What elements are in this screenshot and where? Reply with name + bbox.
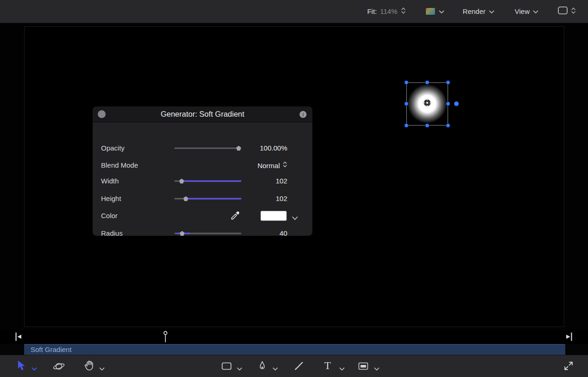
fullscreen-toggle-button[interactable] [563, 361, 574, 373]
chevron-down-icon [489, 7, 494, 16]
playhead-marker[interactable] [163, 331, 168, 345]
selection-handle-top-right[interactable] [446, 81, 450, 85]
zoom-control[interactable]: Fit: 114% [367, 6, 405, 17]
opacity-slider-track[interactable] [174, 148, 241, 149]
hud-row-blend-mode: Blend Mode Normal [93, 159, 312, 171]
mask-tool-chevron-icon[interactable] [374, 364, 379, 373]
selection-handle-middle-left[interactable] [405, 102, 409, 106]
eyedropper-icon[interactable] [230, 211, 240, 223]
paint-stroke-tool-button[interactable] [294, 361, 304, 373]
mask-tool-button[interactable] [358, 362, 368, 372]
info-icon[interactable]: i [299, 110, 307, 119]
opacity-value[interactable]: 100.00% [236, 142, 287, 154]
selected-object[interactable] [406, 82, 448, 126]
hud-row-opacity: Opacity 100.00% [93, 142, 312, 154]
color-display-menu[interactable] [425, 7, 444, 16]
radius-slider-thumb[interactable] [180, 231, 185, 236]
chevron-down-icon [439, 7, 444, 16]
selection-handle-middle-right[interactable] [446, 102, 450, 106]
stroke-line-icon [294, 361, 304, 371]
render-menu-label: Render [463, 7, 486, 15]
view-menu-label: View [515, 7, 530, 15]
hud-close-button[interactable] [98, 110, 106, 118]
select-tool-button[interactable] [16, 359, 26, 374]
chevron-down-icon [533, 7, 538, 16]
selection-rotation-handle[interactable] [454, 101, 459, 107]
transform-3d-tool-button[interactable] [53, 361, 65, 373]
image-mask-icon [358, 362, 368, 370]
color-label: Color [101, 210, 118, 222]
orbit-icon [53, 361, 65, 371]
selection-handle-top-left[interactable] [405, 81, 409, 85]
opacity-label: Opacity [101, 142, 125, 154]
radius-value[interactable]: 40 [236, 227, 287, 239]
hud-panel: Generator: Soft Gradient i Opacity 100.0… [92, 106, 313, 236]
select-tool-chevron-icon[interactable] [32, 364, 37, 373]
text-tool-chevron-icon[interactable] [339, 364, 345, 373]
height-label: Height [101, 193, 121, 205]
text-tool-button[interactable]: T [324, 360, 331, 371]
rectangle-tool-button[interactable] [221, 362, 232, 372]
selection-handle-bottom-right[interactable] [446, 124, 450, 128]
hud-header: Generator: Soft Gradient i [93, 107, 312, 122]
height-slider-thumb[interactable] [183, 196, 189, 201]
color-channels-icon [425, 7, 436, 15]
hud-title: Generator: Soft Gradient [161, 110, 245, 119]
hud-row-width: Width 102 [93, 175, 312, 187]
pan-tool-button[interactable] [84, 360, 94, 373]
play-range-out-marker[interactable] [566, 332, 572, 343]
anchor-point-icon[interactable] [421, 96, 434, 111]
hud-row-color: Color [93, 210, 312, 222]
zoom-stepper-icon[interactable] [401, 6, 406, 17]
clip-label: Soft Gradient [24, 345, 565, 354]
expand-arrows-icon [563, 361, 574, 371]
height-slider[interactable] [174, 196, 241, 201]
width-label: Width [101, 175, 119, 187]
play-range-in-marker[interactable] [15, 332, 22, 343]
render-menu[interactable]: Render [463, 7, 494, 16]
width-slider-thumb[interactable] [179, 179, 184, 184]
width-slider[interactable] [174, 179, 241, 184]
bezier-tool-chevron-icon[interactable] [272, 364, 278, 373]
pan-tool-chevron-icon[interactable] [99, 364, 105, 373]
width-slider-fill [182, 181, 241, 182]
fit-label: Fit: [367, 7, 377, 15]
pen-nib-icon [258, 360, 267, 372]
hud-row-height: Height 102 [93, 193, 312, 205]
motion-app-window: Fit: 114% Render View [0, 0, 588, 377]
layout-selector[interactable] [558, 6, 576, 17]
chevron-down-icon[interactable] [292, 214, 298, 222]
selection-handle-top-center[interactable] [425, 81, 430, 85]
layout-stepper-icon [571, 6, 576, 17]
blend-mode-value: Normal [258, 162, 280, 170]
panel-layout-icon [558, 6, 568, 16]
tools-toolbar: T [0, 355, 588, 377]
rectangle-tool-chevron-icon[interactable] [237, 364, 242, 373]
color-swatch[interactable] [260, 211, 287, 221]
hud-row-radius: Radius 40 [93, 227, 312, 239]
selection-handle-bottom-left[interactable] [405, 124, 409, 128]
radius-slider[interactable] [174, 231, 241, 236]
canvas-top-toolbar: Fit: 114% Render View [0, 0, 588, 23]
blend-mode-label: Blend Mode [101, 159, 138, 171]
popup-stepper-icon [283, 161, 287, 170]
timeline-clip[interactable]: Soft Gradient [24, 344, 565, 355]
mini-timeline[interactable] [0, 330, 588, 344]
zoom-value: 114% [380, 7, 397, 15]
opacity-slider[interactable] [174, 146, 241, 151]
rectangle-icon [221, 362, 232, 370]
svg-text:i: i [302, 112, 303, 117]
view-menu[interactable]: View [515, 7, 538, 16]
bezier-tool-button[interactable] [258, 360, 267, 374]
hand-icon [84, 360, 94, 371]
selection-handle-bottom-center[interactable] [425, 124, 430, 128]
height-slider-fill [186, 198, 241, 200]
height-value[interactable]: 102 [236, 193, 287, 205]
radius-label: Radius [101, 227, 123, 239]
width-value[interactable]: 102 [236, 175, 287, 187]
blend-mode-popup[interactable]: Normal [258, 159, 287, 171]
arrow-cursor-icon [16, 359, 26, 372]
